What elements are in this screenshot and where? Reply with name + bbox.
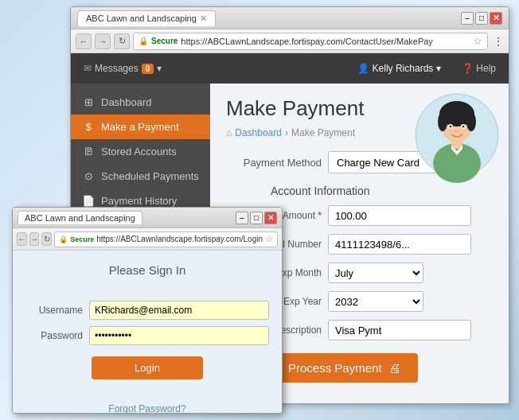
user-menu[interactable]: 👤 Kelly Richards ▾ bbox=[357, 63, 442, 74]
browser-tab-label: ABC Lawn and Landscaping bbox=[86, 14, 197, 23]
forgot-password-link-container: Forgot Password? bbox=[80, 403, 215, 414]
login-url-text: https://ABCLawnlandscape.fortispay.com/L… bbox=[96, 235, 263, 243]
username-label: Username bbox=[25, 305, 83, 316]
login-back-button[interactable]: ← bbox=[17, 232, 27, 246]
password-input[interactable] bbox=[89, 326, 269, 345]
user-icon: 👤 bbox=[357, 63, 369, 74]
login-title: Please Sign In bbox=[109, 263, 186, 277]
messages-badge: 0 bbox=[142, 64, 154, 74]
login-button[interactable]: Login bbox=[92, 356, 203, 379]
description-input[interactable] bbox=[328, 320, 471, 340]
back-button[interactable]: ← bbox=[76, 33, 92, 49]
avatar-container bbox=[413, 91, 501, 195]
login-maximize-button[interactable]: □ bbox=[250, 212, 263, 224]
payment-icon: $ bbox=[82, 121, 95, 133]
sidebar-item-stored-accounts[interactable]: 🖹 Stored Accounts bbox=[71, 139, 210, 164]
app-header: ✉ Messages 0 ▾ 👤 Kelly Richards ▾ ❓ Help bbox=[71, 53, 509, 84]
username-row: Username bbox=[25, 301, 269, 320]
login-tab-label: ABC Lawn and Landscaping bbox=[25, 213, 135, 223]
sidebar-item-make-payment[interactable]: $ Make a Payment bbox=[71, 115, 210, 139]
sidebar-label-scheduled-payments: Scheduled Payments bbox=[101, 170, 199, 182]
main-browser-titlebar: ABC Lawn and Landscaping ✕ – □ ✕ bbox=[71, 7, 509, 29]
user-name: Kelly Richards bbox=[373, 63, 434, 74]
help-link[interactable]: ❓ Help bbox=[462, 63, 496, 74]
login-browser-window: ABC Lawn and Landscaping – □ ✕ ← → ↻ 🔒 S… bbox=[12, 207, 283, 414]
help-icon: ❓ bbox=[462, 63, 474, 74]
process-payment-button[interactable]: Process Payment 🖨 bbox=[271, 353, 418, 383]
sidebar-label-make-payment: Make a Payment bbox=[101, 121, 179, 133]
payment-method-label: Payment Method bbox=[226, 157, 322, 169]
breadcrumb-current: Make Payment bbox=[291, 127, 355, 138]
main-browser-toolbar: ← → ↻ 🔒 Secure https://ABCLawnLandscape.… bbox=[71, 29, 509, 53]
login-forward-button[interactable]: → bbox=[29, 232, 40, 246]
login-tab[interactable]: ABC Lawn and Landscaping bbox=[18, 211, 142, 224]
messages-nav[interactable]: ✉ Messages 0 ▾ bbox=[84, 63, 162, 74]
password-label: Password bbox=[25, 330, 83, 341]
forward-button[interactable]: → bbox=[95, 33, 111, 49]
card-number-input[interactable] bbox=[328, 234, 471, 255]
svg-point-4 bbox=[466, 112, 476, 131]
envelope-icon: ✉ bbox=[84, 63, 92, 74]
login-bookmark-icon[interactable]: ☆ bbox=[265, 234, 273, 244]
process-payment-label: Process Payment bbox=[288, 361, 382, 375]
breadcrumb-home-link[interactable]: Dashboard bbox=[235, 127, 282, 138]
login-content: Please Sign In Username Password Login F… bbox=[13, 251, 282, 414]
browser-menu-icon[interactable]: ⋮ bbox=[493, 35, 504, 48]
password-row: Password bbox=[25, 326, 269, 345]
url-text: https://ABCLawnLandscape.fortispay.com/C… bbox=[181, 37, 467, 46]
stored-accounts-icon: 🖹 bbox=[82, 146, 95, 158]
svg-point-12 bbox=[454, 130, 460, 133]
exp-month-select[interactable]: January February March April May June Ju… bbox=[328, 262, 423, 283]
sidebar-label-payment-history: Payment History bbox=[101, 195, 177, 207]
sidebar-label-stored-accounts: Stored Accounts bbox=[101, 146, 177, 158]
exp-year-select[interactable]: 2024 2025 2026 2027 2028 2029 2030 2031 … bbox=[328, 291, 423, 312]
user-dropdown-icon: ▾ bbox=[436, 63, 441, 74]
login-close-button[interactable]: ✕ bbox=[264, 212, 277, 224]
login-minimize-button[interactable]: – bbox=[236, 212, 248, 224]
login-address-bar[interactable]: 🔒 Secure https://ABCLawnlandscape.fortis… bbox=[54, 231, 278, 247]
login-lock-icon: 🔒 bbox=[59, 235, 68, 243]
login-secure-label: Secure bbox=[70, 235, 94, 243]
svg-point-10 bbox=[450, 126, 452, 128]
dashboard-icon: ⊞ bbox=[82, 96, 95, 108]
scheduled-icon: ⊙ bbox=[82, 170, 95, 182]
tab-close-icon[interactable]: ✕ bbox=[200, 14, 207, 24]
minimize-button[interactable]: – bbox=[461, 12, 474, 25]
refresh-button[interactable]: ↻ bbox=[114, 33, 130, 49]
login-toolbar: ← → ↻ 🔒 Secure https://ABCLawnlandscape.… bbox=[13, 228, 282, 251]
lock-icon: 🔒 bbox=[139, 37, 148, 45]
main-win-controls: – □ ✕ bbox=[461, 12, 502, 25]
svg-point-5 bbox=[433, 143, 481, 183]
breadcrumb-separator: › bbox=[285, 127, 288, 138]
breadcrumb-home-icon: ⌂ bbox=[226, 127, 232, 138]
required-marker: * bbox=[318, 210, 322, 221]
main-address-bar[interactable]: 🔒 Secure https://ABCLawnLandscape.fortis… bbox=[133, 33, 488, 50]
transaction-amount-input[interactable] bbox=[328, 205, 471, 226]
avatar bbox=[413, 91, 501, 195]
messages-arrow-icon: ▾ bbox=[157, 63, 162, 74]
help-label: Help bbox=[476, 63, 496, 74]
forgot-password-link[interactable]: Forgot Password? bbox=[108, 403, 185, 414]
svg-point-11 bbox=[462, 126, 465, 128]
close-button[interactable]: ✕ bbox=[490, 12, 502, 25]
maximize-button[interactable]: □ bbox=[475, 12, 488, 25]
svg-point-3 bbox=[438, 112, 447, 131]
login-links: Forgot Password? Click here to register … bbox=[80, 403, 215, 414]
username-input[interactable] bbox=[89, 301, 269, 320]
main-browser-tab[interactable]: ABC Lawn and Landscaping ✕ bbox=[77, 10, 216, 26]
login-titlebar: ABC Lawn and Landscaping – □ ✕ bbox=[13, 208, 282, 228]
process-payment-icon: 🖨 bbox=[388, 361, 400, 375]
sidebar-item-scheduled-payments[interactable]: ⊙ Scheduled Payments bbox=[71, 164, 210, 189]
login-refresh-button[interactable]: ↻ bbox=[41, 232, 52, 246]
bookmark-icon[interactable]: ☆ bbox=[473, 35, 482, 47]
messages-label: Messages bbox=[95, 63, 139, 74]
sidebar-label-dashboard: Dashboard bbox=[101, 96, 152, 108]
history-icon: 📄 bbox=[82, 195, 95, 207]
secure-label: Secure bbox=[151, 37, 178, 45]
login-win-controls: – □ ✕ bbox=[236, 212, 277, 224]
sidebar-item-dashboard[interactable]: ⊞ Dashboard bbox=[71, 90, 210, 115]
